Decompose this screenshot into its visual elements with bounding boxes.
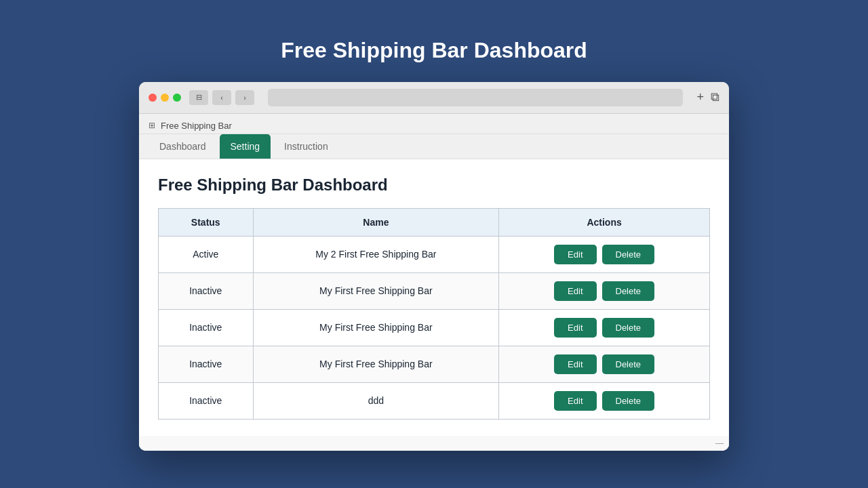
nav-tabs: Dashboard Setting Instruction bbox=[139, 134, 729, 159]
cell-name: My First Free Shipping Bar bbox=[253, 272, 499, 309]
back-button[interactable]: ‹ bbox=[212, 90, 231, 105]
table-row: ActiveMy 2 First Free Shipping BarEditDe… bbox=[159, 236, 710, 272]
address-bar[interactable] bbox=[268, 89, 683, 106]
content-area: Free Shipping Bar Dashboard Status Name … bbox=[139, 159, 729, 436]
tab-setting[interactable]: Setting bbox=[220, 134, 271, 159]
delete-button-row-4[interactable]: Delete bbox=[602, 391, 655, 411]
cell-actions: EditDelete bbox=[499, 272, 710, 309]
browser-controls: ⊟ ‹ › bbox=[189, 90, 254, 105]
delete-button-row-2[interactable]: Delete bbox=[602, 318, 655, 338]
delete-button-row-3[interactable]: Delete bbox=[602, 354, 655, 374]
cell-actions: EditDelete bbox=[499, 309, 710, 346]
traffic-lights bbox=[149, 94, 181, 102]
browser-tab-label: Free Shipping Bar bbox=[161, 118, 232, 134]
cell-status: Inactive bbox=[159, 382, 254, 419]
cell-actions: EditDelete bbox=[499, 236, 710, 272]
cell-status: Inactive bbox=[159, 272, 254, 309]
tab-instruction[interactable]: Instruction bbox=[273, 134, 339, 159]
traffic-light-yellow[interactable] bbox=[161, 94, 169, 102]
edit-button-row-4[interactable]: Edit bbox=[554, 391, 596, 411]
page-title: Free Shipping Bar Dashboard bbox=[281, 38, 587, 63]
edit-button-row-0[interactable]: Edit bbox=[554, 245, 596, 264]
traffic-light-red[interactable] bbox=[149, 94, 157, 102]
cell-name: ddd bbox=[253, 382, 499, 419]
browser-actions: + ⧉ bbox=[696, 90, 719, 104]
scroll-indicator: — bbox=[139, 436, 729, 451]
cell-name: My First Free Shipping Bar bbox=[253, 309, 499, 346]
sidebar-toggle-button[interactable]: ⊟ bbox=[189, 90, 208, 105]
cell-name: My First Free Shipping Bar bbox=[253, 346, 499, 382]
browser-chrome: ⊟ ‹ › + ⧉ bbox=[139, 82, 729, 114]
tab-favicon: ⊞ bbox=[149, 121, 155, 130]
shipping-bar-table: Status Name Actions ActiveMy 2 First Fre… bbox=[158, 208, 710, 420]
edit-button-row-3[interactable]: Edit bbox=[554, 354, 596, 374]
table-row: InactiveMy First Free Shipping BarEditDe… bbox=[159, 309, 710, 346]
delete-button-row-1[interactable]: Delete bbox=[602, 281, 655, 301]
col-header-actions: Actions bbox=[499, 208, 710, 236]
cell-status: Inactive bbox=[159, 346, 254, 382]
tab-dashboard[interactable]: Dashboard bbox=[149, 134, 217, 159]
cell-name: My 2 First Free Shipping Bar bbox=[253, 236, 499, 272]
cell-status: Inactive bbox=[159, 309, 254, 346]
tabs-button[interactable]: ⧉ bbox=[711, 90, 719, 104]
dashboard-heading: Free Shipping Bar Dashboard bbox=[158, 176, 710, 195]
traffic-light-green[interactable] bbox=[173, 94, 181, 102]
delete-button-row-0[interactable]: Delete bbox=[602, 245, 655, 264]
browser-content: Dashboard Setting Instruction Free Shipp… bbox=[139, 134, 729, 451]
browser-tab-bar: ⊞ Free Shipping Bar bbox=[139, 114, 729, 134]
cell-status: Active bbox=[159, 236, 254, 272]
new-tab-button[interactable]: + bbox=[696, 90, 704, 104]
forward-button[interactable]: › bbox=[235, 90, 254, 105]
col-header-status: Status bbox=[159, 208, 254, 236]
edit-button-row-1[interactable]: Edit bbox=[554, 281, 596, 301]
cell-actions: EditDelete bbox=[499, 382, 710, 419]
cell-actions: EditDelete bbox=[499, 346, 710, 382]
table-row: InactiveMy First Free Shipping BarEditDe… bbox=[159, 346, 710, 382]
table-row: InactiveMy First Free Shipping BarEditDe… bbox=[159, 272, 710, 309]
browser-window: ⊟ ‹ › + ⧉ ⊞ Free Shipping Bar Dashboard … bbox=[139, 82, 729, 451]
edit-button-row-2[interactable]: Edit bbox=[554, 318, 596, 338]
table-row: InactivedddEditDelete bbox=[159, 382, 710, 419]
col-header-name: Name bbox=[253, 208, 499, 236]
